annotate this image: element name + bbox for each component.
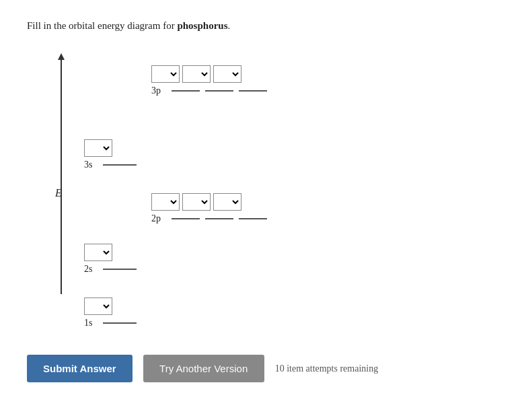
3p-dropdowns: ↑ ↓ ↑↓ ↑ ↓ ↑↓ ↑ ↓ ↑↓ xyxy=(151,65,241,83)
1s-orbital-group: ↑ ↓ ↑↓ 1s xyxy=(84,298,137,328)
level-3p: ↑ ↓ ↑↓ ↑ ↓ ↑↓ ↑ ↓ ↑↓ 3p xyxy=(151,65,272,96)
3p-line-2 xyxy=(205,90,233,92)
2s-line xyxy=(103,269,137,270)
level-3s: ↑ ↓ ↑↓ 3s xyxy=(84,139,137,170)
2p-dropdown-3[interactable]: ↑ ↓ ↑↓ xyxy=(213,193,241,211)
2s-dropdown[interactable]: ↑ ↓ ↑↓ xyxy=(84,244,112,261)
2p-dropdown-2[interactable]: ↑ ↓ ↑↓ xyxy=(182,193,211,211)
level-2s: ↑ ↓ ↑↓ 2s xyxy=(84,244,137,275)
3p-line-3 xyxy=(239,90,267,92)
level-1s: ↑ ↓ ↑↓ 1s xyxy=(84,298,137,328)
2p-line-2 xyxy=(205,218,233,219)
2p-lines: 2p xyxy=(151,213,272,224)
level-2p: ↑ ↓ ↑↓ ↑ ↓ ↑↓ ↑ ↓ ↑↓ 2p xyxy=(151,193,272,224)
3p-label: 3p xyxy=(151,85,167,96)
1s-line-row: 1s xyxy=(84,318,137,328)
2p-line-1 xyxy=(172,218,200,219)
1s-label: 1s xyxy=(84,318,100,328)
2s-label: 2s xyxy=(84,264,100,275)
3s-orbital-group: ↑ ↓ ↑↓ 3s xyxy=(84,139,137,170)
3s-label: 3s xyxy=(84,160,100,170)
2p-line-3 xyxy=(239,218,267,219)
energy-axis xyxy=(61,59,62,294)
2s-orbital-group: ↑ ↓ ↑↓ 2s xyxy=(84,244,137,275)
2p-dropdowns: ↑ ↓ ↑↓ ↑ ↓ ↑↓ ↑ ↓ ↑↓ xyxy=(151,193,241,211)
attempts-remaining: 10 item attempts remaining xyxy=(275,363,379,374)
2p-dropdown-1[interactable]: ↑ ↓ ↑↓ xyxy=(151,193,180,211)
2s-line-row: 2s xyxy=(84,264,137,275)
instruction-text: Fill in the orbital energy diagram for p… xyxy=(27,20,497,32)
1s-line xyxy=(103,322,137,324)
3p-dropdown-3[interactable]: ↑ ↓ ↑↓ xyxy=(213,65,241,83)
3s-line-row: 3s xyxy=(84,160,137,170)
3p-orbital-group: ↑ ↓ ↑↓ ↑ ↓ ↑↓ ↑ ↓ ↑↓ 3p xyxy=(151,65,272,96)
3p-dropdown-1[interactable]: ↑ ↓ ↑↓ xyxy=(151,65,180,83)
energy-label: E xyxy=(55,187,62,199)
2p-label: 2p xyxy=(151,213,167,224)
submit-button[interactable]: Submit Answer xyxy=(27,355,133,382)
3p-lines: 3p xyxy=(151,85,272,96)
3s-dropdown[interactable]: ↑ ↓ ↑↓ xyxy=(84,139,112,157)
3p-dropdown-2[interactable]: ↑ ↓ ↑↓ xyxy=(182,65,211,83)
button-row: Submit Answer Try Another Version 10 ite… xyxy=(27,355,497,382)
orbital-diagram: E ↑ ↓ ↑↓ ↑ ↓ ↑↓ ↑ ↓ xyxy=(47,52,330,335)
1s-dropdown[interactable]: ↑ ↓ ↑↓ xyxy=(84,298,112,315)
2p-orbital-group: ↑ ↓ ↑↓ ↑ ↓ ↑↓ ↑ ↓ ↑↓ 2p xyxy=(151,193,272,224)
try-another-button[interactable]: Try Another Version xyxy=(143,355,264,382)
3p-line-1 xyxy=(172,90,200,92)
3s-line xyxy=(103,164,137,166)
